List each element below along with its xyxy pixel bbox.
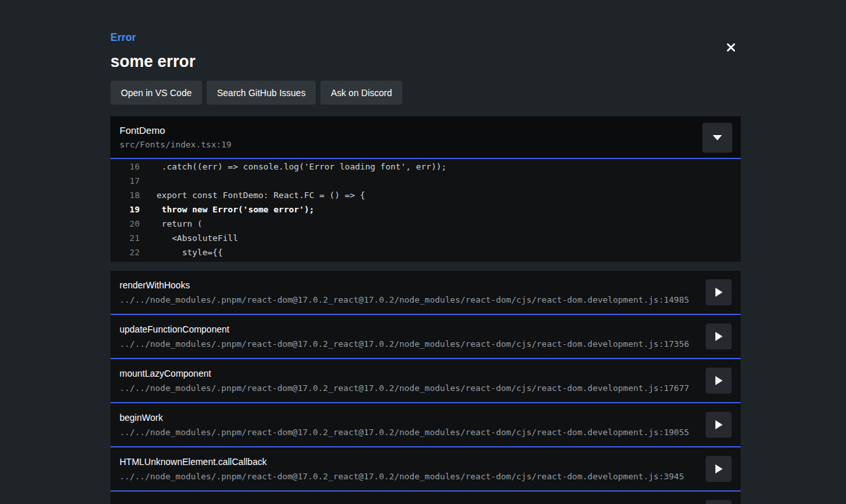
stack-frame-path: ../../node_modules/.pnpm/react-dom@17.0.… <box>120 383 695 393</box>
stack-trace-list: renderWithHooks ../../node_modules/.pnpm… <box>110 271 741 504</box>
open-stack-frame-button[interactable] <box>706 323 732 349</box>
code-line: 22 style={{ <box>110 246 741 260</box>
triangle-right-icon <box>715 288 723 297</box>
collapse-code-frame-button[interactable] <box>702 123 732 153</box>
stack-frame: updateFunctionComponent ../../node_modul… <box>110 315 741 359</box>
stack-frame <box>110 492 741 504</box>
triangle-right-icon <box>715 420 723 429</box>
stack-frame-path: ../../node_modules/.pnpm/react-dom@17.0.… <box>120 427 695 437</box>
code-line: 20 return ( <box>110 217 741 231</box>
code-line: 18 export const FontDemo: React.FC = () … <box>110 188 741 203</box>
code-frame-location: src/Fonts/index.tsx:19 <box>120 140 695 150</box>
error-message-title: some error <box>110 53 741 69</box>
open-stack-frame-button[interactable] <box>706 368 732 394</box>
code-snippet: 16 .catch((err) => console.log('Error lo… <box>110 159 741 262</box>
open-stack-frame-button[interactable] <box>706 500 732 504</box>
action-bar: Open in VS Code Search GitHub Issues Ask… <box>110 81 741 105</box>
open-stack-frame-button[interactable] <box>706 456 732 482</box>
line-code: <AbsoluteFill <box>157 231 238 246</box>
line-number: 19 <box>110 203 140 217</box>
line-code: throw new Error('some error'); <box>157 203 314 217</box>
stack-frame-path: ../../node_modules/.pnpm/react-dom@17.0.… <box>120 472 695 481</box>
line-number: 20 <box>110 217 140 231</box>
open-stack-frame-button[interactable] <box>706 279 732 305</box>
triangle-right-icon <box>715 332 723 341</box>
stack-frame-path: ../../node_modules/.pnpm/react-dom@17.0.… <box>120 295 695 305</box>
stack-frame-function: renderWithHooks <box>120 280 695 291</box>
line-code: .catch((err) => console.log('Error loadi… <box>157 160 446 174</box>
line-number: 21 <box>110 231 140 246</box>
stack-frame-function: updateFunctionComponent <box>120 324 695 335</box>
line-number: 16 <box>110 160 140 174</box>
stack-frame: beginWork ../../node_modules/.pnpm/react… <box>110 403 741 447</box>
code-frame-header: FontDemo src/Fonts/index.tsx:19 <box>110 116 741 159</box>
triangle-right-icon <box>715 376 723 385</box>
code-line: 17 <box>110 174 741 188</box>
code-frame-panel: FontDemo src/Fonts/index.tsx:19 16 .catc… <box>110 116 741 262</box>
action-button[interactable]: Open in VS Code <box>110 81 202 105</box>
stack-frame: mountLazyComponent ../../node_modules/.p… <box>110 359 741 403</box>
line-number: 18 <box>110 188 140 203</box>
line-code: style={{ <box>157 246 223 260</box>
stack-frame-function: beginWork <box>120 412 695 423</box>
code-line: 16 .catch((err) => console.log('Error lo… <box>110 160 741 174</box>
action-button[interactable]: Search GitHub Issues <box>207 81 316 105</box>
triangle-right-icon <box>715 464 723 473</box>
action-button[interactable]: Ask on Discord <box>320 81 402 105</box>
error-type-label: Error <box>110 32 741 44</box>
error-content: Error some error Open in VS Code Search … <box>110 0 741 504</box>
code-frame-function-name: FontDemo <box>120 125 695 136</box>
line-code: return ( <box>157 217 202 231</box>
open-stack-frame-button[interactable] <box>706 412 732 438</box>
stack-frame: HTMLUnknownElement.callCallback ../../no… <box>110 447 741 492</box>
stack-frame-path: ../../node_modules/.pnpm/react-dom@17.0.… <box>120 339 695 349</box>
code-line: 19 throw new Error('some error'); <box>110 203 741 217</box>
stack-frame-function: mountLazyComponent <box>120 368 695 379</box>
stack-frame-function: HTMLUnknownElement.callCallback <box>120 457 695 468</box>
code-line: 21 <AbsoluteFill <box>110 231 741 246</box>
caret-down-icon <box>713 135 722 140</box>
line-number: 22 <box>110 246 140 260</box>
stack-frame: renderWithHooks ../../node_modules/.pnpm… <box>110 271 741 315</box>
line-code: export const FontDemo: React.FC = () => … <box>157 188 365 203</box>
line-number: 17 <box>110 174 140 188</box>
